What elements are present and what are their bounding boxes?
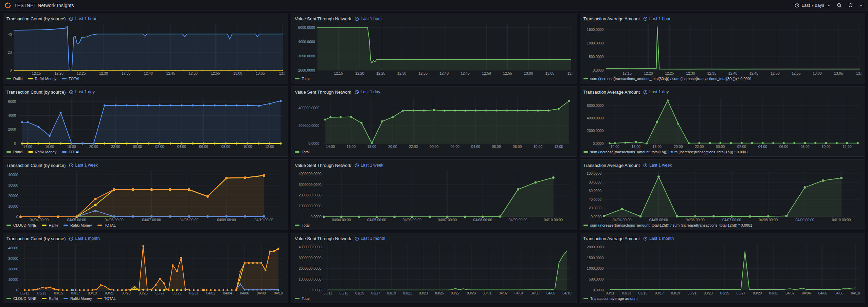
svg-text:40000: 40000: [8, 173, 18, 177]
chart-area[interactable]: 12:1512:2012:2512:3012:3512:4012:4512:50…: [6, 22, 285, 76]
legend-label: Rafiki Money: [35, 77, 57, 81]
chart-area[interactable]: 12:1512:2012:2512:3012:3512:4012:4512:50…: [583, 22, 862, 76]
clock-icon: [355, 163, 359, 168]
chart-area[interactable]: 04/04 00:0004/05 00:0004/06 00:0004/07 0…: [583, 169, 862, 222]
svg-text:0.0000: 0.0000: [311, 288, 322, 292]
panel-time-range-link[interactable]: Last 1 day: [69, 90, 95, 94]
legend: CLOUD-NINERafikiRafiki MoneyTOTAL: [6, 295, 285, 302]
legend-item[interactable]: TOTAL: [97, 296, 116, 301]
svg-text:03/13: 03/13: [37, 291, 46, 295]
svg-text:40.0000: 40.0000: [589, 197, 601, 202]
svg-text:03/27: 03/27: [451, 291, 460, 295]
panel-header: Value Sent Through Network Last 1 hour: [295, 15, 573, 22]
refresh-interval-dropdown[interactable]: [859, 3, 863, 7]
legend-item[interactable]: CLOUD-NINE: [6, 223, 36, 227]
svg-text:12:15: 12:15: [32, 71, 41, 75]
grafana-logo-icon: [5, 2, 11, 8]
svg-text:03/31: 03/31: [483, 291, 492, 295]
svg-text:12:00: 12:00: [265, 145, 274, 149]
panel-title: Value Sent Through Network: [295, 163, 351, 168]
svg-text:1000.0000: 1000.0000: [587, 266, 604, 270]
chart-area[interactable]: 14:0016:0018:0020:0022:0000:0002:0004:00…: [583, 96, 862, 149]
legend-label: TOTAL: [69, 150, 80, 154]
legend-swatch: [97, 298, 102, 299]
panel-time-range-link[interactable]: Last 1 hour: [643, 16, 671, 21]
legend-swatch: [6, 151, 11, 153]
legend-item[interactable]: Rafiki Money: [28, 77, 57, 81]
legend-item[interactable]: sum (increase(transactions_amount_total[…: [583, 150, 748, 154]
legend-item[interactable]: Rafiki: [6, 150, 23, 154]
svg-text:200000.0000: 200000.0000: [299, 123, 319, 128]
legend-item[interactable]: Rafiki: [6, 77, 23, 81]
legend-item[interactable]: Rafiki Money: [64, 223, 92, 227]
svg-text:04/04: 04/04: [223, 291, 232, 295]
legend-item[interactable]: Total: [295, 150, 309, 154]
legend-item[interactable]: Rafiki Money: [28, 150, 57, 154]
legend-item[interactable]: TOTAL: [97, 223, 116, 227]
svg-text:06:00: 06:00: [199, 145, 208, 149]
panel-time-range-link[interactable]: Last 1 day: [643, 90, 669, 94]
legend-item[interactable]: sum (increase(transactions_amount_total[…: [583, 77, 752, 81]
panel-time-range-link[interactable]: Last 1 week: [355, 163, 383, 168]
legend-item[interactable]: TOTAL: [62, 77, 80, 81]
panel-time-range-link[interactable]: Last 1 week: [643, 163, 672, 168]
legend-label: Rafiki Money: [70, 223, 92, 227]
time-range-picker[interactable]: Last 7 days: [795, 3, 831, 8]
refresh-button[interactable]: [848, 3, 853, 8]
svg-text:18:00: 18:00: [652, 145, 661, 149]
chart-area[interactable]: 03/1103/1303/1503/1703/1903/2103/2303/25…: [6, 242, 285, 295]
svg-text:5000.0000: 5000.0000: [298, 25, 315, 30]
grafana-logo[interactable]: [5, 2, 11, 8]
panel-time-range-link[interactable]: Last 1 day: [355, 90, 380, 94]
svg-text:12:30: 12:30: [397, 71, 406, 75]
panel-time-range-link[interactable]: Last 1 hour: [355, 16, 382, 21]
chart-area[interactable]: 12:1512:2012:2512:3012:3512:4012:4512:50…: [295, 22, 573, 76]
legend-swatch: [64, 225, 68, 226]
svg-text:03/11: 03/11: [324, 291, 332, 295]
svg-text:04/04 00:00: 04/04 00:00: [613, 218, 632, 222]
svg-text:12:35: 12:35: [707, 71, 716, 75]
panel-time-range-link[interactable]: Last 1 hour: [69, 16, 96, 21]
legend-item[interactable]: Total: [295, 223, 309, 227]
panel-header: Transaction Average Amount Last 1 week: [583, 161, 862, 169]
svg-text:12:30: 12:30: [99, 71, 108, 75]
legend-label: sum (increase(transactions_amount_total[…: [590, 150, 748, 154]
svg-text:04/06 00:00: 04/06 00:00: [403, 218, 422, 222]
svg-text:04/06 00:00: 04/06 00:00: [686, 218, 705, 222]
legend-item[interactable]: CLOUD-NINE: [6, 296, 36, 301]
zoom-out-button[interactable]: [837, 3, 842, 8]
legend-item[interactable]: sum (increase(transactions_amount_total[…: [583, 223, 753, 227]
legend-swatch: [295, 225, 300, 226]
svg-text:04/05 00:00: 04/05 00:00: [367, 218, 386, 222]
legend-item[interactable]: Rafiki Money: [64, 296, 92, 301]
legend-item[interactable]: Total: [295, 77, 309, 81]
legend-item[interactable]: Transaction average amount: [583, 296, 638, 301]
panel-time-range-link[interactable]: Last 1 month: [69, 236, 100, 241]
panel-time-range-link[interactable]: Last 1 month: [643, 236, 674, 241]
svg-text:12:55: 12:55: [211, 71, 220, 75]
panel-title: Value Sent Through Network: [295, 16, 351, 21]
legend-item[interactable]: TOTAL: [62, 150, 80, 154]
panel-time-range-link[interactable]: Last 1 week: [69, 163, 98, 168]
legend-item[interactable]: Total: [295, 296, 309, 301]
svg-text:1000000.0000: 1000000.0000: [299, 204, 322, 208]
chart-area[interactable]: 04/04 00:0004/05 00:0004/06 00:0004/07 0…: [6, 169, 285, 222]
chart-area[interactable]: 04/04 00:0004/05 00:0004/06 00:0004/07 0…: [295, 169, 573, 222]
chart-area[interactable]: 14:0016:0018:0020:0022:0000:0002:0004:00…: [295, 96, 573, 149]
chart-area[interactable]: 03/1103/1303/1503/1703/1903/2103/2303/25…: [583, 242, 862, 295]
chart-area[interactable]: 14:0016:0018:0020:0022:0000:0002:0004:00…: [6, 96, 285, 149]
svg-text:12:45: 12:45: [749, 71, 758, 75]
clock-icon: [355, 236, 359, 241]
svg-text:6000: 6000: [8, 99, 16, 103]
svg-text:14:00: 14:00: [23, 145, 32, 149]
panel-time-range-link[interactable]: Last 1 month: [355, 236, 385, 241]
panel-header: Value Sent Through Network Last 1 week: [295, 161, 573, 169]
svg-text:6000.0000: 6000.0000: [587, 103, 604, 108]
svg-text:12:50: 12:50: [482, 71, 491, 75]
svg-text:0: 0: [16, 288, 18, 292]
svg-text:12:00: 12:00: [843, 145, 851, 149]
chart-area[interactable]: 03/1103/1303/1503/1703/1903/2103/2303/25…: [295, 242, 573, 295]
legend-item[interactable]: Rafiki: [42, 296, 58, 301]
panel-time-range-label: Last 1 hour: [75, 16, 96, 21]
legend-item[interactable]: Rafiki: [42, 223, 58, 227]
